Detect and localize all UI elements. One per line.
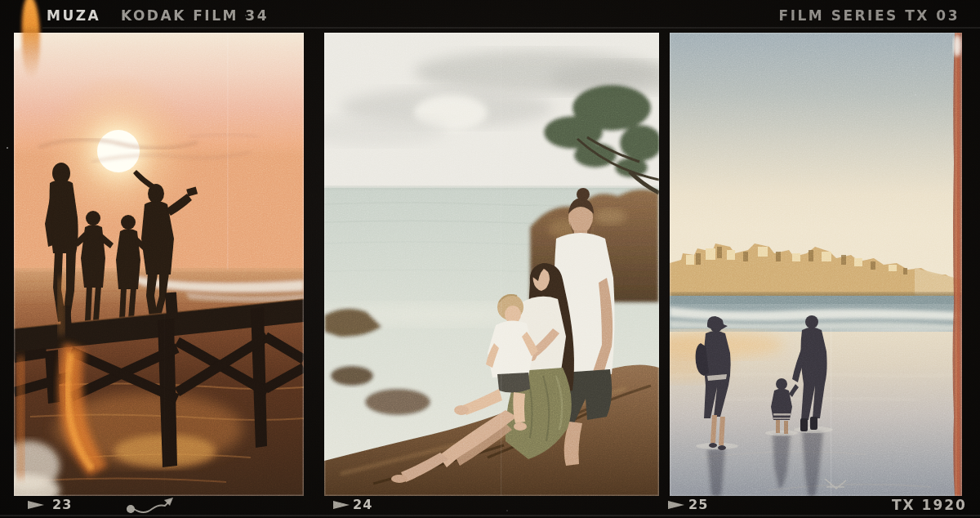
frame-arrow-icon xyxy=(668,501,684,509)
dust-speck xyxy=(245,15,247,16)
beach-town-image xyxy=(670,33,962,496)
dust-speck xyxy=(7,147,8,149)
frame-number-25: 25 xyxy=(688,497,708,512)
flame-light-leak xyxy=(22,0,40,78)
film-strip: MUZA KODAK FILM 34 FILM SERIES TX 03 xyxy=(0,0,980,518)
frame-number-24: 24 xyxy=(353,497,372,512)
photo-frame-25 xyxy=(670,33,962,496)
series-label: FILM SERIES TX 03 xyxy=(779,7,960,24)
frame-number-23: 23 xyxy=(52,497,72,512)
film-edge-highlight xyxy=(0,515,980,516)
dust-speck xyxy=(506,510,508,511)
photo-frame-23 xyxy=(14,33,304,496)
stock-code-label: TX 1920 xyxy=(892,497,967,513)
dust-speck xyxy=(915,94,916,96)
brand-label: MUZA xyxy=(47,7,100,24)
film-scratch xyxy=(501,37,501,245)
rocky-shore-image xyxy=(324,33,659,496)
photo-frame-24 xyxy=(324,33,659,496)
film-edge-highlight xyxy=(42,27,980,29)
film-burn-edge xyxy=(953,33,963,496)
sunset-pier-image xyxy=(14,33,304,496)
pen-squiggle-doodle xyxy=(122,492,180,516)
film-scratch xyxy=(164,310,165,513)
frame-arrow-icon xyxy=(28,501,44,509)
frame-arrow-icon xyxy=(333,501,350,509)
